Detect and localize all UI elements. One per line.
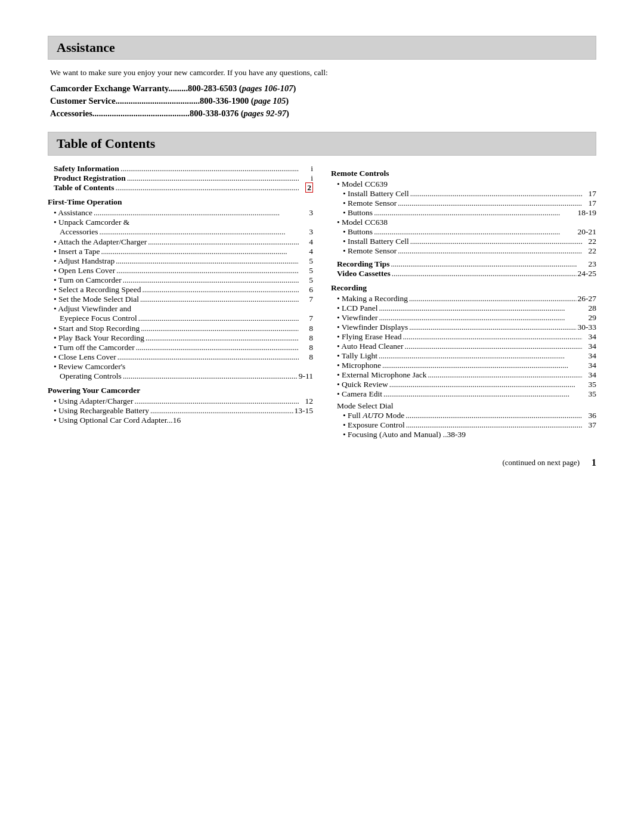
continued-text: (continued on next page) — [502, 458, 580, 467]
toc-item-exposure-control: • Exposure Control 37 — [331, 420, 596, 430]
toc-item-mode-select-dial-header: Mode Select Dial — [331, 401, 596, 411]
toc-item-remote-sensor-cc638: • Remote Sensor 22 — [331, 246, 596, 256]
contact-warranty: Camcorder Exchange Warranty.........800-… — [48, 83, 596, 94]
toc-item-playback: • Play Back Your Recording 8 — [48, 333, 313, 343]
toc-right-column: Remote Controls • Model CC639 • Install … — [325, 164, 596, 439]
toc-item-car-cord: • Using Optional Car Cord Adapter...16 — [48, 416, 313, 425]
contact-accessories: Accessories.............................… — [48, 109, 596, 119]
toc-header: Table of Contents — [48, 132, 596, 156]
contact-service: Customer Service........................… — [48, 96, 596, 106]
assistance-header: Assistance — [48, 36, 596, 60]
toc-left-column: Safety Information i Product Registratio… — [48, 164, 325, 439]
toc-item-turn-on: • Turn on Camcorder 5 — [48, 275, 313, 285]
toc-item-recording-tips: Recording Tips 23 — [331, 259, 596, 269]
toc-item-auto-head-cleaner: • Auto Head Cleaner 34 — [331, 342, 596, 351]
toc-group-power: Powering Your Camcorder — [48, 386, 313, 395]
toc-item-rechargeable: • Using Rechargeable Battery 13-15 — [48, 406, 313, 416]
toc-item-cc639: • Model CC639 — [331, 179, 596, 189]
toc-group-first-time: First-Time Operation — [48, 197, 313, 207]
toc-item-unpack: • Unpack Camcorder & Accessories 3 — [48, 218, 313, 237]
toc-item-using-adapter: • Using Adapter/Charger 12 — [48, 397, 313, 406]
toc-item-flying-erase: • Flying Erase Head 34 — [331, 332, 596, 342]
toc-item-camera-edit: • Camera Edit 35 — [331, 389, 596, 399]
toc-item-remote-sensor-cc639: • Remote Sensor 17 — [331, 199, 596, 208]
toc-item-video-cassettes: Video Cassettes 24-25 — [331, 269, 596, 278]
toc-item-viewfinder-displays: • Viewfinder Displays 30-33 — [331, 323, 596, 332]
toc-item-buttons-cc638: • Buttons 20-21 — [331, 227, 596, 237]
toc-item-lens-cover: • Open Lens Cover 5 — [48, 266, 313, 275]
page-number: 1 — [592, 457, 596, 468]
footer: (continued on next page) 1 — [48, 457, 596, 468]
toc-item-mode-dial: • Set the Mode Select Dial 7 — [48, 295, 313, 304]
toc-item-viewfinder-rec: • Viewfinder 29 — [331, 313, 596, 323]
toc-item-buttons-cc639: • Buttons 18-19 — [331, 208, 596, 218]
toc-columns: Safety Information i Product Registratio… — [48, 164, 596, 439]
toc-item-recording-speed: • Select a Recording Speed 6 — [48, 285, 313, 295]
toc-item-review-controls: • Review Camcorder's Operating Controls … — [48, 362, 313, 381]
toc-item-full-auto-mode: • Full AUTO Mode 36 — [331, 411, 596, 420]
toc-group-remote: Remote Controls — [331, 169, 596, 178]
toc-item-viewfinder: • Adjust Viewfinder and Eyepiece Focus C… — [48, 304, 313, 323]
toc-item-making-recording: • Making a Recording 26-27 — [331, 294, 596, 304]
toc-item-handstrap: • Adjust Handstrap 5 — [48, 256, 313, 266]
toc-item-quick-review: • Quick Review 35 — [331, 380, 596, 389]
toc-group-recording: Recording — [331, 283, 596, 293]
toc-entry-toc: Table of Contents 2 — [48, 183, 313, 193]
toc-item-adapter: • Attach the Adapter/Charger 4 — [48, 237, 313, 247]
assistance-section: Assistance We want to make sure you enjo… — [48, 36, 596, 119]
toc-item-microphone: • Microphone 34 — [331, 361, 596, 370]
toc-item-tape: • Insert a Tape 4 — [48, 247, 313, 256]
toc-section: Table of Contents Safety Information i P… — [48, 132, 596, 468]
toc-item-tally-light: • Tally Light 34 — [331, 351, 596, 361]
toc-item-lcd-panel: • LCD Panel 28 — [331, 304, 596, 313]
toc-item-start-stop: • Start and Stop Recording 8 — [48, 324, 313, 333]
toc-item-ext-mic-jack: • External Microphone Jack 34 — [331, 370, 596, 380]
toc-item-cc638: • Model CC638 — [331, 218, 596, 227]
toc-item-close-lens: • Close Lens Cover 8 — [48, 352, 313, 362]
toc-item-install-battery-cc639: • Install Battery Cell 17 — [331, 189, 596, 199]
toc-item-install-battery-cc638: • Install Battery Cell 22 — [331, 237, 596, 246]
assistance-intro: We want to make sure you enjoy your new … — [48, 68, 596, 78]
toc-item-focusing: • Focusing (Auto and Manual) ..38-39 — [331, 430, 596, 439]
toc-entry-product-reg: Product Registration i — [48, 174, 313, 183]
toc-item-turn-off: • Turn off the Camcorder 8 — [48, 343, 313, 352]
toc-item-assistance: • Assistance 3 — [48, 208, 313, 218]
toc-entry-safety: Safety Information i — [48, 164, 313, 174]
